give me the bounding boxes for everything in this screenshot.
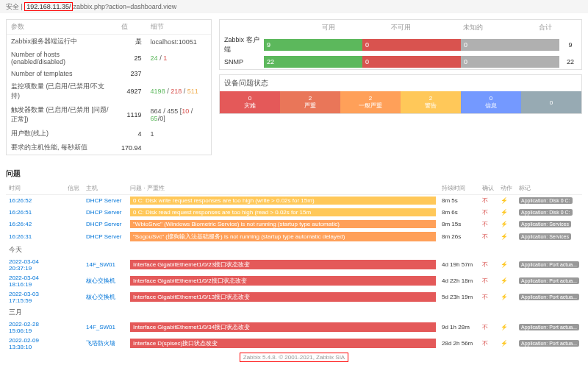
problem-duration: 28d 2h 56m <box>439 336 479 352</box>
problem-row[interactable]: 2022-03-03 17:15:59核心交换机Interface Gigabi… <box>6 289 582 305</box>
problem-tag[interactable]: Application: Port actua... <box>519 261 579 268</box>
stat-value: 是 <box>117 35 146 49</box>
problem-ack[interactable]: 不 <box>479 336 498 352</box>
problem-ack[interactable]: 不 <box>479 219 498 230</box>
problem-ack[interactable]: 不 <box>479 195 498 207</box>
problem-host[interactable]: 14F_SW01 <box>83 257 127 273</box>
problem-ack[interactable]: 不 <box>479 230 498 243</box>
stat-detail: 4198 / 218 / 511 <box>146 79 211 103</box>
stat-detail: 1 <box>146 127 211 141</box>
stat-detail: localhost:10051 <box>146 35 211 49</box>
problem-tag[interactable]: Application: Services <box>519 233 571 240</box>
problem-time[interactable]: 16:26:31 <box>6 230 65 243</box>
stat-detail: 864 / 455 [10 / 65/0] <box>146 103 211 127</box>
problem-tag[interactable]: Application: Disk 0 C: <box>519 209 573 216</box>
problem-host[interactable]: 核心交换机 <box>83 289 127 305</box>
problem-tag[interactable]: Application: Port actua... <box>519 340 579 347</box>
stat-label: Number of hosts (enabled/disabled) <box>7 49 117 68</box>
problem-row[interactable]: 2022-03-04 20:37:1914F_SW01Interface Gig… <box>6 257 582 273</box>
problem-time[interactable]: 2022-02-09 13:38:10 <box>6 336 65 352</box>
problem-tag[interactable]: Application: Disk 0 C: <box>519 197 573 204</box>
severity-cell[interactable]: 0 <box>521 91 581 113</box>
problem-host[interactable]: 飞塔防火墙 <box>83 336 127 352</box>
problem-issue[interactable]: Interface GigabitEthernet1/0/34接口状态改变 <box>130 322 436 332</box>
problem-row[interactable]: 16:26:42DHCP Server"WbioSrvc" (Windows B… <box>6 219 582 230</box>
problem-issue[interactable]: Interface GigabitEthernet1/0/13接口状态改变 <box>130 292 436 302</box>
problems-title: 问题 <box>6 166 582 182</box>
problem-duration: 8m 15s <box>439 219 479 230</box>
footer: Zabbix 5.4.8. © 2001-2021, Zabbix SIA <box>0 353 588 362</box>
stat-value: 25 <box>117 49 146 68</box>
stat-label: Zabbix服务器端运行中 <box>7 35 117 49</box>
problem-row[interactable]: 16:26:52DHCP Server0 C: Disk write reque… <box>6 195 582 207</box>
time-group: 三月 <box>6 305 582 319</box>
problem-row[interactable]: 2022-02-28 15:06:1914F_SW01Interface Gig… <box>6 319 582 336</box>
stat-value: 237 <box>117 68 146 79</box>
problem-action-icon[interactable]: ⚡ <box>498 207 516 219</box>
problem-issue[interactable]: "WbioSrvc" (Windows Biometric Service) i… <box>130 220 436 228</box>
severity-cell[interactable]: 2警告 <box>401 91 461 113</box>
time-group: 今天 <box>6 243 582 257</box>
stat-detail <box>146 68 211 79</box>
problem-action-icon[interactable]: ⚡ <box>498 230 516 243</box>
problem-host[interactable]: DHCP Server <box>83 219 127 230</box>
problem-action-icon[interactable]: ⚡ <box>498 219 516 230</box>
problem-action-icon[interactable]: ⚡ <box>498 289 516 305</box>
problem-duration: 8m 6s <box>439 207 479 219</box>
problem-row[interactable]: 16:26:51DHCP Server0 C: Disk read reques… <box>6 207 582 219</box>
problem-tag[interactable]: Application: Port actua... <box>519 294 579 300</box>
problem-tag[interactable]: Application: Services <box>519 221 571 227</box>
problem-action-icon[interactable]: ⚡ <box>498 273 516 289</box>
severity-widget: 设备问题状态 0灾难2严重2一般严重2警告0信息0 <box>219 74 582 114</box>
problem-time[interactable]: 16:26:52 <box>6 195 65 207</box>
problem-time[interactable]: 2022-03-03 17:15:59 <box>6 289 65 305</box>
problem-issue[interactable]: 0 C: Disk write request responses are to… <box>130 197 436 205</box>
problem-time[interactable]: 16:26:51 <box>6 207 65 219</box>
stat-label: Number of templates <box>7 68 117 79</box>
system-stats-widget: 参数值细节Zabbix服务器端运行中是localhost:10051Number… <box>6 19 212 155</box>
problem-issue[interactable]: 0 C: Disk read request responses are too… <box>130 208 436 216</box>
problem-issue[interactable]: Interface GigabitEthernet1/0/2接口状态改变 <box>130 276 436 286</box>
problem-ack[interactable]: 不 <box>479 319 498 336</box>
problem-issue[interactable]: "SogouSvc" (搜狗输入法基础服务) is not running (s… <box>130 232 436 241</box>
problem-ack[interactable]: 不 <box>479 257 498 273</box>
problem-host[interactable]: 核心交换机 <box>83 273 127 289</box>
problem-duration: 9d 1h 28m <box>439 319 479 336</box>
avail-hdr-avail: 可用 <box>292 23 364 32</box>
problem-tag[interactable]: Application: Port actua... <box>519 277 579 284</box>
problem-time[interactable]: 2022-03-04 18:16:19 <box>6 273 65 289</box>
problem-action-icon[interactable]: ⚡ <box>498 257 516 273</box>
stat-label: 监控项数量 (已启用/已禁用/不支持) <box>7 79 117 103</box>
avail-row: SNMP220022 <box>220 56 581 68</box>
severity-cell[interactable]: 0信息 <box>461 91 521 113</box>
stat-detail <box>146 141 211 155</box>
problem-host[interactable]: DHCP Server <box>83 195 127 207</box>
problem-issue[interactable]: Interface D(spisec)接口状态改变 <box>130 339 436 348</box>
problem-row[interactable]: 16:26:31DHCP Server"SogouSvc" (搜狗输入法基础服务… <box>6 230 582 243</box>
problem-ack[interactable]: 不 <box>479 273 498 289</box>
problem-host[interactable]: 14F_SW01 <box>83 319 127 336</box>
url-prefix: 安全 <box>6 2 19 12</box>
problem-duration: 8m 5s <box>439 195 479 207</box>
problem-time[interactable]: 2022-03-04 20:37:19 <box>6 257 65 273</box>
problem-time[interactable]: 16:26:42 <box>6 219 65 230</box>
problem-host[interactable]: DHCP Server <box>83 230 127 243</box>
problem-time[interactable]: 2022-02-28 15:06:19 <box>6 319 65 336</box>
problem-action-icon[interactable]: ⚡ <box>498 319 516 336</box>
problem-row[interactable]: 2022-02-09 13:38:10飞塔防火墙Interface D(spis… <box>6 336 582 352</box>
stat-value: 1119 <box>117 103 146 127</box>
problem-ack[interactable]: 不 <box>479 289 498 305</box>
problem-host[interactable]: DHCP Server <box>83 207 127 219</box>
problem-duration: 5d 23h 19m <box>439 289 479 305</box>
problems-table: 时间信息主机问题 · 严重性持续时间确认动作标记16:26:52DHCP Ser… <box>6 182 582 352</box>
problem-issue[interactable]: Interface GigabitEthernet1/0/23接口状态改变 <box>130 260 436 269</box>
problem-action-icon[interactable]: ⚡ <box>498 195 516 207</box>
problem-tag[interactable]: Application: Port actua... <box>519 324 579 330</box>
severity-cell[interactable]: 2严重 <box>280 91 340 113</box>
problem-duration: 8m 26s <box>439 230 479 243</box>
problem-row[interactable]: 2022-03-04 18:16:19核心交换机Interface Gigabi… <box>6 273 582 289</box>
severity-cell[interactable]: 2一般严重 <box>340 91 401 113</box>
severity-cell[interactable]: 0灾难 <box>220 91 280 113</box>
problem-ack[interactable]: 不 <box>479 207 498 219</box>
problem-action-icon[interactable]: ⚡ <box>498 336 516 352</box>
